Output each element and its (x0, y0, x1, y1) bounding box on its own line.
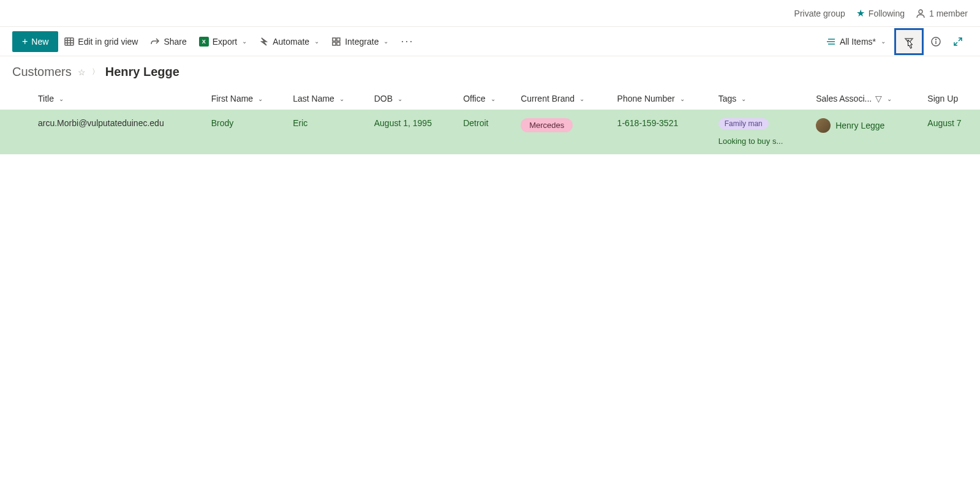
share-icon (150, 37, 160, 47)
tag-secondary: Looking to buy s... (718, 137, 801, 146)
brand-pill: Mercedes (521, 118, 573, 132)
export-button[interactable]: X Export ⌄ (193, 32, 253, 51)
chevron-down-icon: ⌄ (741, 96, 746, 102)
filter-button[interactable] (894, 28, 924, 55)
svg-rect-6 (333, 38, 336, 41)
chevron-right-icon: 〉 (92, 67, 99, 77)
cell-title[interactable]: arcu.Morbi@vulputateduinec.edu (31, 110, 204, 154)
list-container: Title⌄ First Name⌄ Last Name⌄ DOB⌄ Offic… (0, 88, 980, 154)
cell-tags: Family man Looking to buy s... (711, 110, 809, 154)
svg-point-0 (919, 10, 922, 13)
row-selector[interactable] (0, 110, 31, 154)
info-icon (931, 37, 941, 47)
select-all-column[interactable] (0, 88, 31, 110)
share-button[interactable]: Share (144, 32, 192, 51)
column-title[interactable]: Title⌄ (31, 88, 204, 110)
svg-rect-8 (333, 42, 336, 45)
chevron-down-icon: ⌄ (314, 38, 319, 45)
command-bar: + New Edit in grid view Share X Export ⌄… (0, 27, 980, 56)
cell-sign-up: August 7 (920, 110, 980, 154)
group-type-label: Private group (794, 9, 845, 18)
expand-icon (953, 37, 963, 47)
cell-sales-associate: Henry Legge (809, 110, 920, 154)
integrate-label: Integrate (345, 37, 379, 47)
info-button[interactable] (926, 32, 946, 51)
export-label: Export (213, 37, 237, 47)
new-button-label: New (31, 37, 48, 47)
excel-icon: X (199, 37, 209, 47)
breadcrumb-current: Henry Legge (105, 65, 179, 79)
members-label: 1 member (929, 9, 968, 18)
chevron-down-icon: ⌄ (59, 96, 64, 102)
integrate-button[interactable]: Integrate ⌄ (325, 32, 394, 51)
associate-name: Henry Legge (835, 121, 884, 130)
grid-icon (64, 37, 74, 47)
star-filled-icon: ★ (856, 7, 865, 19)
members-indicator[interactable]: 1 member (916, 9, 968, 18)
cell-current-brand: Mercedes (513, 110, 609, 154)
chevron-down-icon: ⌄ (579, 96, 584, 102)
plus-icon: + (22, 36, 28, 47)
edit-grid-label: Edit in grid view (78, 37, 138, 47)
cell-last-name: Eric (285, 110, 367, 154)
column-office[interactable]: Office⌄ (456, 88, 513, 110)
table-row[interactable]: arcu.Morbi@vulputateduinec.edu Brody Eri… (0, 110, 980, 154)
page-header: Private group ★ Following 1 member (0, 0, 980, 27)
cursor-pointer-icon (905, 39, 915, 51)
chevron-down-icon: ⌄ (339, 96, 344, 102)
column-tags[interactable]: Tags⌄ (711, 88, 809, 110)
following-indicator[interactable]: ★ Following (856, 7, 905, 19)
automate-button[interactable]: Automate ⌄ (253, 32, 325, 51)
chevron-down-icon: ⌄ (258, 96, 263, 102)
chevron-down-icon: ⌄ (242, 38, 247, 45)
svg-rect-7 (337, 38, 340, 41)
svg-rect-1 (65, 38, 74, 45)
column-dob[interactable]: DOB⌄ (367, 88, 456, 110)
more-button[interactable]: ··· (394, 30, 420, 53)
svg-point-15 (936, 39, 937, 40)
column-current-brand[interactable]: Current Brand⌄ (513, 88, 609, 110)
chevron-down-icon: ⌄ (881, 38, 886, 45)
table-header: Title⌄ First Name⌄ Last Name⌄ DOB⌄ Offic… (0, 88, 980, 110)
edit-grid-button[interactable]: Edit in grid view (58, 32, 144, 51)
integrate-icon (331, 37, 341, 47)
cell-dob: August 1, 1995 (367, 110, 456, 154)
tag-pill: Family man (718, 118, 769, 129)
svg-rect-9 (337, 42, 340, 45)
following-label: Following (869, 9, 905, 18)
ellipsis-icon: ··· (401, 35, 413, 48)
share-label: Share (164, 37, 186, 47)
chevron-down-icon: ⌄ (887, 96, 892, 102)
chevron-down-icon: ⌄ (491, 96, 496, 102)
column-phone-number[interactable]: Phone Number⌄ (610, 88, 711, 110)
breadcrumb: Customers ☆ 〉 Henry Legge (0, 56, 980, 88)
expand-button[interactable] (948, 32, 968, 51)
favorite-star-icon[interactable]: ☆ (78, 67, 86, 77)
column-first-name[interactable]: First Name⌄ (204, 88, 285, 110)
cell-first-name: Brody (204, 110, 285, 154)
list-lines-icon (826, 37, 836, 47)
new-button[interactable]: + New (12, 31, 58, 52)
automate-label: Automate (273, 37, 309, 47)
cell-phone-number: 1-618-159-3521 (610, 110, 711, 154)
automate-icon (259, 37, 269, 47)
chevron-down-icon: ⌄ (680, 96, 685, 102)
person-icon (916, 9, 925, 18)
breadcrumb-root[interactable]: Customers (12, 65, 72, 79)
chevron-down-icon: ⌄ (398, 96, 402, 102)
avatar (816, 118, 831, 133)
column-sign-up[interactable]: Sign Up (920, 88, 980, 110)
view-selector[interactable]: All Items* ⌄ (820, 33, 892, 50)
column-sales-associate[interactable]: Sales Associ...▽⌄ (809, 88, 920, 110)
view-label: All Items* (840, 37, 876, 47)
chevron-down-icon: ⌄ (383, 38, 388, 45)
cell-office: Detroit (456, 110, 513, 154)
column-last-name[interactable]: Last Name⌄ (285, 88, 367, 110)
funnel-small-icon: ▽ (875, 94, 882, 103)
list-table: Title⌄ First Name⌄ Last Name⌄ DOB⌄ Offic… (0, 88, 980, 154)
